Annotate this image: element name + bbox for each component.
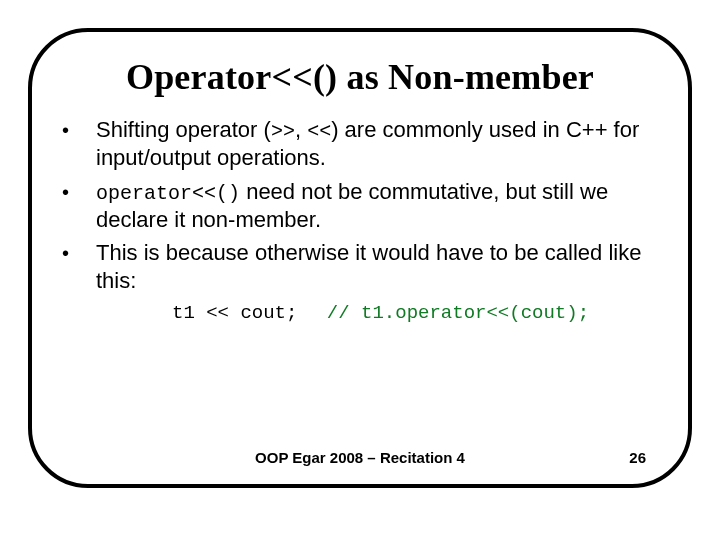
bullet-item: • operator<<() need not be commutative, … xyxy=(62,178,658,234)
bullet-text: operator<<() need not be commutative, bu… xyxy=(96,178,658,234)
code-comment: // t1.operator<<(cout); xyxy=(327,302,589,324)
code-statement: t1 << cout; xyxy=(172,302,297,324)
bullet-item: • Shifting operator (>>, <<) are commonl… xyxy=(62,116,658,172)
text-fragment: This is because otherwise it would have … xyxy=(96,240,641,293)
slide-title: Operator<<() as Non-member xyxy=(62,56,658,98)
text-fragment: Shifting operator ( xyxy=(96,117,271,142)
slide-footer: OOP Egar 2008 – Recitation 4 26 xyxy=(32,449,688,466)
bullet-dot: • xyxy=(62,178,96,234)
bullet-dot: • xyxy=(62,116,96,172)
footer-text: OOP Egar 2008 – Recitation 4 xyxy=(32,449,688,466)
code-example: t1 << cout; // t1.operator<<(cout); xyxy=(172,302,658,324)
code-inline: operator<<() xyxy=(96,182,240,205)
bullet-item: • This is because otherwise it would hav… xyxy=(62,239,658,294)
bullet-text: Shifting operator (>>, <<) are commonly … xyxy=(96,116,658,172)
text-fragment: , xyxy=(295,117,307,142)
code-inline: >> xyxy=(271,120,295,143)
bullet-text: This is because otherwise it would have … xyxy=(96,239,658,294)
bullet-dot: • xyxy=(62,239,96,294)
code-inline: << xyxy=(307,120,331,143)
slide-frame: Operator<<() as Non-member • Shifting op… xyxy=(28,28,692,488)
page-number: 26 xyxy=(629,449,646,466)
bullet-list: • Shifting operator (>>, <<) are commonl… xyxy=(62,116,658,294)
